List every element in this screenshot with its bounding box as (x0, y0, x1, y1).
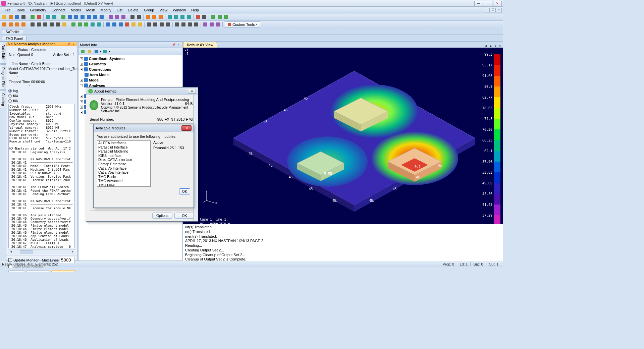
tree-refresh-icon[interactable] (102, 49, 108, 55)
tb-load1-icon[interactable] (70, 21, 76, 27)
tb-import-icon[interactable] (30, 14, 36, 20)
module-item[interactable]: TMG Flow (97, 183, 150, 187)
side-tab-charting[interactable]: Charting (0, 90, 6, 109)
kill-job-button[interactable]: Kill Job (8, 270, 24, 272)
tb-results-icon[interactable] (217, 14, 223, 20)
monitor-header[interactable]: NX Nastran Analysis Monitor 📌 × (6, 42, 77, 46)
custom-tools-dropdown[interactable]: Custom Tools (224, 21, 261, 27)
tree-node[interactable]: Aero Model (80, 72, 180, 77)
menu-view[interactable]: View (157, 7, 170, 13)
tb-wire-icon[interactable] (173, 14, 179, 20)
module-item[interactable]: Catia V5 Interface (97, 166, 150, 171)
tb-post-icon[interactable] (223, 14, 229, 20)
module-item[interactable]: All FEA Interfaces (97, 141, 150, 145)
menu-mesh[interactable]: Mesh (84, 7, 98, 13)
viewport-3d[interactable]: V1 L1 (183, 48, 503, 224)
mdi-minimize[interactable]: – (484, 8, 490, 12)
tb-brace1-icon[interactable] (174, 21, 180, 27)
tb-dim1-icon[interactable] (146, 21, 152, 27)
tree-node[interactable]: +Coordinate Systems (80, 56, 180, 61)
tree-node[interactable]: +Connections (80, 67, 180, 72)
tb-shade-icon[interactable] (179, 14, 185, 20)
tb-load3-icon[interactable] (83, 21, 89, 27)
tb-cons1-icon[interactable] (90, 21, 96, 27)
menu-modify[interactable]: Modify (98, 7, 114, 13)
menu-connect[interactable]: Connect (49, 7, 68, 13)
tb-pan-icon[interactable] (67, 14, 73, 20)
tree-filter-icon[interactable] (93, 49, 99, 55)
maximize-button[interactable]: ▭ (484, 1, 492, 6)
module-item[interactable]: Femap Enterprise (97, 162, 150, 166)
close-button[interactable]: ✕ (493, 1, 502, 6)
view-prev-icon[interactable]: ◀ (484, 44, 488, 48)
tb-mesh4-icon[interactable] (20, 21, 26, 27)
module-item[interactable]: TMG Advanced (97, 179, 150, 183)
tb-perspective-icon[interactable] (186, 14, 192, 20)
modules-ok-button[interactable]: OK (179, 188, 190, 194)
tb-load2-icon[interactable] (77, 21, 83, 27)
tb-gear1-icon[interactable] (202, 21, 208, 27)
modelinfo-pin-icon[interactable]: 📌 (172, 43, 176, 47)
tb-measure-icon[interactable] (136, 14, 142, 20)
tb-zoom-icon[interactable] (79, 14, 86, 20)
module-item[interactable]: TMG Basic (97, 175, 150, 179)
tree-node[interactable]: +Model (80, 77, 180, 83)
about-titlebar[interactable]: About Femap ✕ (86, 88, 198, 95)
load-results-button[interactable]: Load Results (51, 270, 75, 272)
tb-rotate-icon[interactable] (73, 14, 79, 20)
tb-save-icon[interactable] (14, 14, 20, 20)
menu-file[interactable]: File (2, 7, 13, 13)
modules-titlebar[interactable]: Available Modules ✕ (94, 124, 194, 132)
log-textarea[interactable]: Clock freq.: 2693 MHz Number of CPUs: 2 … (8, 104, 75, 248)
about-ok-button[interactable]: OK (174, 213, 195, 219)
view-close-icon[interactable]: × (498, 44, 502, 48)
tb-mesh2-icon[interactable] (8, 21, 14, 27)
tb-geo2-icon[interactable] (111, 21, 117, 27)
tb-analyze-icon[interactable] (210, 14, 216, 20)
tb-visibility-icon[interactable] (151, 14, 157, 20)
tb-zoomfit-icon[interactable] (92, 14, 98, 20)
module-item[interactable]: Parasolid Modeling (97, 149, 150, 154)
view-next-icon[interactable]: ▶ (489, 44, 493, 48)
module-item[interactable]: Parasolid Interface (97, 145, 150, 150)
tb-center-icon[interactable] (99, 14, 105, 20)
tb-grid4-icon[interactable] (49, 21, 55, 27)
tb-mesh3-icon[interactable] (14, 21, 20, 27)
radio-f04[interactable] (8, 94, 12, 98)
radio-log[interactable] (8, 89, 12, 93)
tb-cut-icon[interactable] (195, 14, 201, 20)
side-tab-program-file[interactable]: Program File (0, 64, 6, 90)
tree-node[interactable]: +Geometry (80, 61, 180, 67)
view-tab-default[interactable]: Default XY View (183, 42, 217, 48)
tb-gear3-icon[interactable] (215, 21, 221, 27)
mdi-restore[interactable]: ❐ (490, 8, 496, 12)
tb-brace4-icon[interactable] (193, 21, 199, 27)
module-item[interactable]: IGES Interface (97, 154, 150, 158)
monitor-pin-icon[interactable]: 📌 (67, 42, 71, 46)
module-item[interactable]: Catia V5a Interface (97, 170, 150, 175)
tb-dim2-icon[interactable] (152, 21, 158, 27)
tb-print-icon[interactable] (20, 14, 26, 20)
modelinfo-close-icon[interactable]: × (176, 43, 180, 47)
tb-select-icon[interactable] (129, 14, 136, 20)
tb-mesh1-icon[interactable] (1, 21, 7, 27)
tb-zoombox-icon[interactable] (86, 14, 92, 20)
side-tab-data-table[interactable]: Data Table (0, 42, 6, 64)
tb-dim3-icon[interactable] (159, 21, 165, 27)
tb-grid5-icon[interactable] (55, 21, 61, 27)
tb-export-icon[interactable] (36, 14, 42, 20)
about-vscroll[interactable] (193, 95, 198, 221)
menu-help[interactable]: Help (189, 7, 202, 13)
tb-viewiso-icon[interactable] (120, 14, 126, 20)
tb-geo3-icon[interactable] (118, 21, 124, 27)
tb-grid3-icon[interactable] (42, 21, 48, 27)
tb-grid6-icon[interactable] (61, 21, 67, 27)
tb-layer-icon[interactable] (145, 14, 151, 20)
monitor-close-icon[interactable]: × (71, 42, 75, 46)
mdi-close[interactable]: × (496, 8, 502, 12)
tb-redo-icon[interactable] (51, 14, 57, 20)
options-button[interactable]: Options (152, 213, 172, 219)
menu-tools[interactable]: Tools (13, 7, 28, 13)
menu-model[interactable]: Model (68, 7, 84, 13)
menu-window[interactable]: Window (170, 7, 189, 13)
